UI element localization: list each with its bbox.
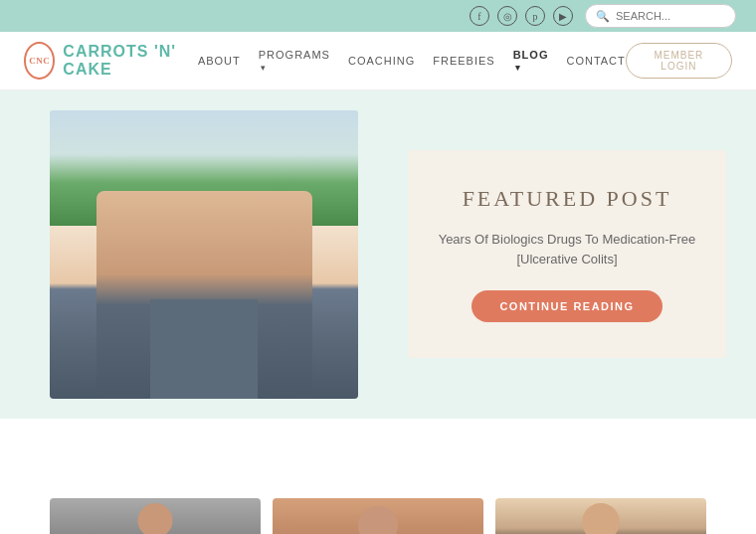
blog-section bbox=[0, 478, 756, 534]
hero-image-bg bbox=[50, 110, 358, 399]
blog-thumb-3[interactable] bbox=[495, 498, 706, 534]
logo-text-part1: CARROTS bbox=[63, 43, 148, 60]
featured-title: Years Of Biologics Drugs To Medication-F… bbox=[438, 230, 696, 268]
header: CNC CARROTS 'N' CAKE ABOUT PROGRAMS ▾ CO… bbox=[0, 32, 756, 90]
main-nav: ABOUT PROGRAMS ▾ COACHING FREEBIES BLOG … bbox=[198, 49, 626, 73]
nav-freebies[interactable]: FREEBIES bbox=[433, 55, 494, 67]
hero-section: FEATURED POST Years Of Biologics Drugs T… bbox=[0, 90, 756, 419]
social-icons: f ◎ p ▶ bbox=[470, 6, 573, 26]
nav-contact[interactable]: CONTACT bbox=[566, 55, 625, 67]
search-input[interactable] bbox=[616, 10, 725, 22]
thumb-1-bg bbox=[50, 498, 261, 534]
bra-detail bbox=[150, 299, 259, 399]
blog-thumb-2[interactable] bbox=[273, 498, 483, 534]
thumb-1-face bbox=[138, 503, 173, 534]
instagram-icon[interactable]: ◎ bbox=[497, 6, 517, 26]
search-icon: 🔍 bbox=[596, 10, 610, 23]
person-bg bbox=[96, 191, 312, 399]
nav-about[interactable]: ABOUT bbox=[198, 55, 241, 67]
facebook-icon[interactable]: f bbox=[470, 6, 489, 26]
blog-thumb-1[interactable] bbox=[50, 498, 261, 534]
continue-reading-button[interactable]: CONTINUE READING bbox=[472, 290, 662, 322]
featured-card: FEATURED POST Years Of Biologics Drugs T… bbox=[408, 150, 726, 358]
thumb-2-bg bbox=[273, 498, 483, 534]
featured-label: FEATURED POST bbox=[438, 186, 696, 212]
nav-blog[interactable]: BLOG ▾ bbox=[513, 49, 549, 73]
thumb-3-face bbox=[582, 503, 620, 534]
logo-area: CNC CARROTS 'N' CAKE bbox=[24, 42, 198, 80]
thumb-3-bg bbox=[495, 498, 706, 534]
pinterest-icon[interactable]: p bbox=[525, 6, 545, 26]
search-box[interactable]: 🔍 bbox=[585, 4, 736, 28]
logo-text: CARROTS 'N' CAKE bbox=[63, 43, 198, 79]
hero-image bbox=[50, 110, 358, 399]
member-login-button[interactable]: MEMBER LOGIN bbox=[626, 43, 732, 79]
logo-text-part2: CAKE bbox=[63, 61, 111, 78]
logo-sep: 'N' bbox=[148, 43, 176, 60]
logo-circle: CNC bbox=[24, 42, 55, 80]
nav-coaching[interactable]: COACHING bbox=[348, 55, 415, 67]
nav-programs[interactable]: PROGRAMS ▾ bbox=[259, 49, 330, 73]
top-bar: f ◎ p ▶ 🔍 bbox=[0, 0, 756, 32]
thumb-2-face bbox=[358, 506, 398, 534]
youtube-icon[interactable]: ▶ bbox=[553, 6, 573, 26]
